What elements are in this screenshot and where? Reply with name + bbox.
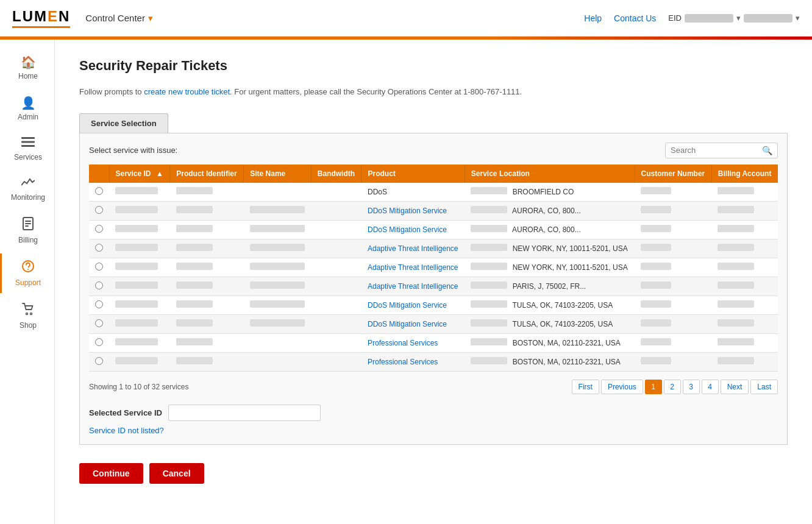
product-link[interactable]: Adaptive Threat Intelligence xyxy=(368,263,458,272)
table-row[interactable]: Adaptive Threat Intelligence NEW YORK, N… xyxy=(89,239,778,258)
table-row[interactable]: DDoS Mitigation Service AURORA, CO, 800.… xyxy=(89,201,778,220)
sidebar-item-support-label: Support xyxy=(15,278,41,287)
pagination-last[interactable]: Last xyxy=(750,380,778,394)
product-link[interactable]: Adaptive Threat Intelligence xyxy=(368,282,458,291)
service-location-blurred xyxy=(471,338,507,345)
site-name-value xyxy=(250,263,305,270)
product-link[interactable]: DDoS Mitigation Service xyxy=(368,301,447,310)
table-row[interactable]: DDoS Mitigation Service TULSA, OK, 74103… xyxy=(89,314,778,333)
pagination-page-3[interactable]: 3 xyxy=(683,380,700,394)
header-right: Help Contact Us EID •••••••••• ▾ •••••••… xyxy=(584,13,800,23)
service-header-row: Select service with issue: 🔍 xyxy=(89,143,778,158)
product-link[interactable]: DDoS Mitigation Service xyxy=(368,207,447,215)
service-radio-3[interactable] xyxy=(95,244,103,252)
pagination-first[interactable]: First xyxy=(572,380,599,394)
sidebar-item-services[interactable]: Services xyxy=(0,130,54,168)
pagination-next[interactable]: Next xyxy=(721,380,749,394)
sidebar-item-admin-label: Admin xyxy=(18,113,38,121)
sidebar-item-support[interactable]: Support xyxy=(0,253,54,293)
bandwidth-value xyxy=(311,333,361,352)
product-value: Adaptive Threat Intelligence xyxy=(361,277,465,296)
selected-service-id-input[interactable] xyxy=(168,405,321,421)
table-row[interactable]: Professional Services BOSTON, MA, 02110-… xyxy=(89,352,778,371)
service-radio-1[interactable] xyxy=(95,206,103,214)
service-location-value: NEW YORK, NY, 10011-5201, USA xyxy=(465,258,635,277)
info-text: Follow prompts to create new trouble tic… xyxy=(79,86,788,98)
product-link[interactable]: DDoS Mitigation Service xyxy=(368,320,447,328)
help-link[interactable]: Help xyxy=(584,13,602,23)
table-row[interactable]: DDoS Mitigation Service AURORA, CO, 800.… xyxy=(89,220,778,239)
service-radio-9[interactable] xyxy=(95,357,103,365)
sidebar-item-shop[interactable]: Shop xyxy=(0,296,54,336)
user-chevron[interactable]: ▾ xyxy=(796,13,800,23)
service-location-blurred xyxy=(471,281,507,289)
service-radio-0[interactable] xyxy=(95,187,103,195)
col-service-location[interactable]: Service Location xyxy=(465,165,635,183)
not-listed-link[interactable]: Service ID not listed? xyxy=(89,426,778,435)
sidebar-item-home[interactable]: 🏠 Home xyxy=(0,49,54,87)
service-radio-5[interactable] xyxy=(95,281,103,289)
sidebar-item-billing[interactable]: Billing xyxy=(0,211,54,250)
pagination-page-2[interactable]: 2 xyxy=(664,380,681,394)
service-radio-7[interactable] xyxy=(95,319,103,327)
service-radio-4[interactable] xyxy=(95,263,103,271)
table-row[interactable]: Adaptive Threat Intelligence PARIS, J, 7… xyxy=(89,277,778,296)
table-row[interactable]: DDoS BROOMFIELD CO xyxy=(89,183,778,202)
pagination-previous[interactable]: Previous xyxy=(601,380,643,394)
service-id-value xyxy=(115,206,158,213)
product-value: Adaptive Threat Intelligence xyxy=(361,239,465,258)
bandwidth-value xyxy=(311,314,361,333)
product-identifier-value xyxy=(176,281,213,289)
table-row[interactable]: DDoS Mitigation Service TULSA, OK, 74103… xyxy=(89,296,778,314)
logo: LUMEN xyxy=(12,8,70,28)
customer-number-value xyxy=(641,187,671,194)
product-link[interactable]: Professional Services xyxy=(368,339,438,347)
billing-icon xyxy=(22,217,34,233)
sidebar-item-monitoring[interactable]: Monitoring xyxy=(0,171,54,208)
col-product-identifier[interactable]: Product Identifier xyxy=(170,165,244,183)
bandwidth-value xyxy=(311,201,361,220)
cancel-button[interactable]: Cancel xyxy=(149,463,204,484)
sidebar-item-admin[interactable]: 👤 Admin xyxy=(0,90,54,127)
create-ticket-link[interactable]: create new trouble ticket xyxy=(144,87,230,96)
col-customer-number[interactable]: Customer Number xyxy=(635,165,711,183)
search-input[interactable] xyxy=(671,146,762,155)
customer-number-value xyxy=(641,357,671,364)
billing-account-value xyxy=(718,244,754,251)
continue-button[interactable]: Continue xyxy=(79,463,143,484)
eid-chevron[interactable]: ▾ xyxy=(736,13,741,23)
service-id-value xyxy=(115,338,158,345)
service-location-value: PARIS, J, 75002, FR... xyxy=(465,277,635,296)
product-link[interactable]: Adaptive Threat Intelligence xyxy=(368,244,458,253)
col-service-id[interactable]: Service ID ▲ xyxy=(109,165,170,183)
control-center-label: Control Center xyxy=(85,13,145,23)
service-radio-8[interactable] xyxy=(95,338,103,346)
col-site-name[interactable]: Site Name xyxy=(244,165,312,183)
billing-account-value xyxy=(718,187,754,194)
table-row[interactable]: Professional Services BOSTON, MA, 02110-… xyxy=(89,333,778,352)
col-bandwidth[interactable]: Bandwidth xyxy=(311,165,361,183)
sidebar-item-monitoring-label: Monitoring xyxy=(11,193,45,202)
product-link[interactable]: DDoS Mitigation Service xyxy=(368,225,447,234)
table-row[interactable]: Adaptive Threat Intelligence NEW YORK, N… xyxy=(89,258,778,277)
search-box[interactable]: 🔍 xyxy=(665,143,778,158)
bandwidth-value xyxy=(311,277,361,296)
service-radio-6[interactable] xyxy=(95,300,103,308)
bandwidth-value xyxy=(311,220,361,239)
control-center-menu[interactable]: Control Center ▾ xyxy=(85,13,153,24)
pagination-page-4[interactable]: 4 xyxy=(702,380,719,394)
col-billing-account[interactable]: Billing Account xyxy=(711,165,778,183)
contact-us-link[interactable]: Contact Us xyxy=(614,13,656,23)
selected-service-id-label: Selected Service ID xyxy=(89,408,162,417)
product-value: Professional Services xyxy=(361,352,465,371)
product-link[interactable]: Professional Services xyxy=(368,358,438,366)
pagination-page-1[interactable]: 1 xyxy=(645,380,662,394)
col-product[interactable]: Product xyxy=(361,165,465,183)
tab-service-selection[interactable]: Service Selection xyxy=(79,113,168,133)
service-radio-2[interactable] xyxy=(95,225,103,233)
service-selection-container: Select service with issue: 🔍 Service ID … xyxy=(79,133,788,445)
product-identifier-value xyxy=(176,206,213,213)
svg-point-9 xyxy=(26,313,28,315)
svg-rect-6 xyxy=(25,225,29,227)
billing-account-value xyxy=(718,357,754,364)
